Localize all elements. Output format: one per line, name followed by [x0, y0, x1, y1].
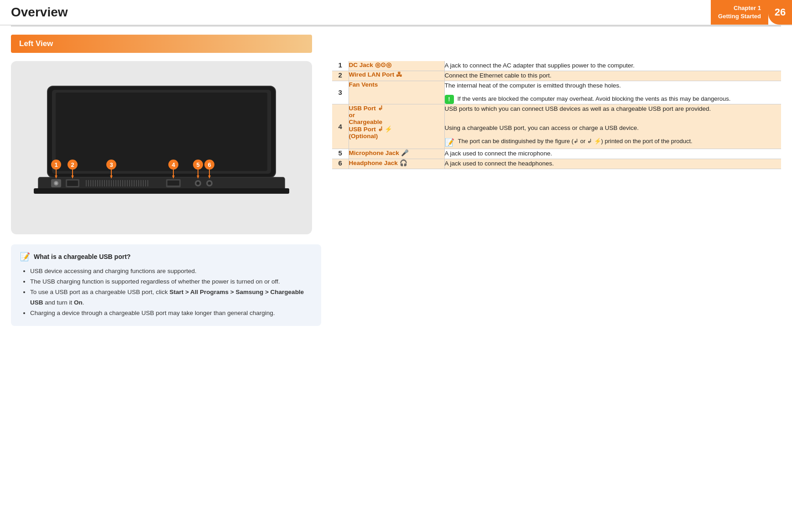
port-name: DC Jack ◎⊙◎: [349, 61, 444, 71]
row-number: 3: [332, 81, 349, 104]
svg-point-41: [197, 182, 200, 185]
right-column: 1 DC Jack ◎⊙◎ A jack to connect the AC a…: [332, 61, 781, 326]
note-icon: 📝: [445, 137, 454, 149]
port-desc: A jack used to connect the microphone.: [444, 149, 781, 159]
laptop-illustration: 1 2 3 4 5 6: [20, 75, 303, 221]
page-title: Overview: [11, 5, 68, 20]
row-number: 5: [332, 149, 349, 159]
page-number: 26: [768, 0, 792, 25]
port-name: Microphone Jack 🎤: [349, 149, 444, 159]
info-box-title: 📝 What is a chargeable USB port?: [20, 252, 312, 262]
port-desc: A jack to connect the AC adapter that su…: [444, 61, 781, 71]
info-box-list: USB device accessing and charging functi…: [20, 266, 312, 319]
svg-text:6: 6: [208, 161, 211, 168]
section-title: Left View: [19, 39, 53, 48]
svg-rect-2: [56, 93, 267, 171]
row-number: 1: [332, 61, 349, 71]
warning-icon: !: [445, 95, 454, 104]
list-item: To use a USB port as a chargeable USB po…: [30, 287, 312, 308]
note-box: 📝 The port can be distinguished by the f…: [445, 137, 782, 149]
section-bar: Left View: [11, 35, 312, 53]
table-row: 1 DC Jack ◎⊙◎ A jack to connect the AC a…: [332, 61, 781, 71]
chapter-sub: Getting Started: [718, 12, 761, 21]
svg-point-43: [208, 182, 211, 185]
svg-rect-9: [67, 181, 78, 186]
list-item: The USB charging function is supported r…: [30, 277, 312, 287]
svg-text:3: 3: [109, 161, 113, 168]
row-number: 4: [332, 104, 349, 149]
page-header: Overview Chapter 1 Getting Started 26: [0, 0, 792, 26]
warning-text: If the vents are blocked the computer ma…: [458, 94, 731, 103]
chapter-info: Chapter 1 Getting Started: [711, 0, 768, 25]
header-right: Chapter 1 Getting Started 26: [711, 0, 792, 25]
note-text: The port can be distinguished by the fig…: [458, 137, 693, 146]
list-item: USB device accessing and charging functi…: [30, 266, 312, 277]
port-desc: The internal heat of the computer is emi…: [444, 81, 781, 104]
port-desc: Connect the Ethernet cable to this port.: [444, 71, 781, 81]
list-item: Charging a device through a chargeable U…: [30, 308, 312, 319]
main-content: 1 2 3 4 5 6 📝 What is a chargeable USB p…: [0, 53, 792, 337]
port-table: 1 DC Jack ◎⊙◎ A jack to connect the AC a…: [332, 61, 781, 169]
info-box: 📝 What is a chargeable USB port? USB dev…: [11, 244, 321, 326]
table-row: 5 Microphone Jack 🎤 A jack used to conne…: [332, 149, 781, 159]
row-number: 6: [332, 159, 349, 169]
table-row: 2 Wired LAN Port 🖧 Connect the Ethernet …: [332, 71, 781, 81]
svg-text:4: 4: [172, 161, 175, 168]
svg-rect-39: [167, 181, 179, 186]
port-name: USB Port ↲ or Chargeable USB Port ↲ ⚡ (O…: [349, 104, 444, 149]
svg-text:1: 1: [54, 161, 57, 168]
svg-rect-4: [34, 188, 289, 194]
svg-point-7: [55, 182, 57, 185]
row-number: 2: [332, 71, 349, 81]
table-row: 4 USB Port ↲ or Chargeable USB Port ↲ ⚡ …: [332, 104, 781, 149]
port-name: Headphone Jack 🎧: [349, 159, 444, 169]
note-icon: 📝: [20, 252, 30, 262]
chapter-label: Chapter 1: [734, 4, 761, 12]
port-desc: USB ports to which you can connect USB d…: [444, 104, 781, 149]
info-box-heading: What is a chargeable USB port?: [34, 253, 130, 260]
svg-text:2: 2: [71, 161, 74, 168]
table-row: 6 Headphone Jack 🎧 A jack used to connec…: [332, 159, 781, 169]
port-name: Fan Vents: [349, 81, 444, 104]
port-desc: A jack used to connect the headphones.: [444, 159, 781, 169]
header-divider: [11, 26, 781, 26]
port-name: Wired LAN Port 🖧: [349, 71, 444, 81]
svg-text:5: 5: [196, 161, 199, 168]
left-column: 1 2 3 4 5 6 📝 What is a chargeable USB p…: [11, 61, 321, 326]
warning-box: ! If the vents are blocked the computer …: [445, 94, 782, 104]
laptop-image-area: 1 2 3 4 5 6: [11, 61, 312, 234]
table-row: 3 Fan Vents The internal heat of the com…: [332, 81, 781, 104]
